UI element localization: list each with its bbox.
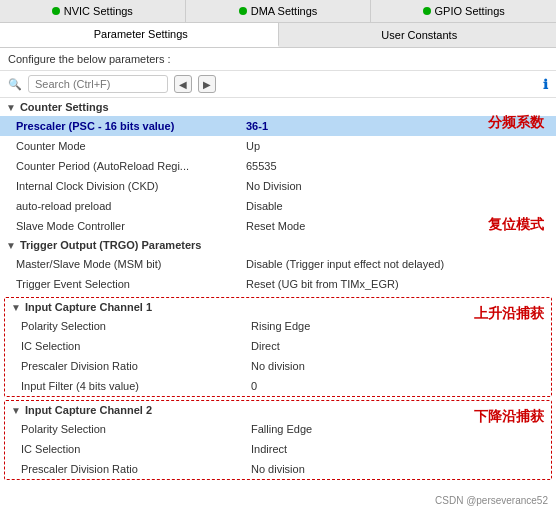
trigger-output-label: Trigger Output (TRGO) Parameters: [20, 239, 202, 251]
ch1-polarity-value: Rising Edge: [251, 320, 310, 332]
tab-parameter-settings[interactable]: Parameter Settings: [0, 23, 279, 47]
annotation-channel2: 下降沿捕获: [474, 408, 544, 426]
annotation-prescaler: 分频系数: [488, 114, 544, 132]
internal-clock-row[interactable]: Internal Clock Division (CKD) No Divisio…: [0, 176, 556, 196]
ch2-polarity-row[interactable]: Polarity Selection Falling Edge: [5, 419, 551, 439]
slave-mode-name: Slave Mode Controller: [16, 220, 246, 232]
counter-mode-name: Counter Mode: [16, 140, 246, 152]
counter-period-name: Counter Period (AutoReload Regi...: [16, 160, 246, 172]
tab-dma-settings[interactable]: DMA Settings: [186, 0, 372, 22]
tab-nvic-label: NVIC Settings: [64, 5, 133, 17]
main-container: NVIC Settings DMA Settings GPIO Settings…: [0, 0, 556, 508]
trigger-output-body: Master/Slave Mode (MSM bit) Disable (Tri…: [0, 254, 556, 294]
trigger-event-value: Reset (UG bit from TIMx_EGR): [246, 278, 399, 290]
tab-param-label: Parameter Settings: [94, 28, 188, 40]
dma-dot: [239, 7, 247, 15]
info-bar: Configure the below parameters :: [0, 48, 556, 71]
channel1-wrapper: ▼ Input Capture Channel 1 Polarity Selec…: [0, 297, 556, 397]
counter-mode-value: Up: [246, 140, 260, 152]
watermark: CSDN @perseverance52: [435, 495, 548, 506]
channel1-params: Polarity Selection Rising Edge IC Select…: [5, 316, 551, 396]
prescaler-value: 36-1: [246, 120, 268, 132]
search-bar: 🔍 ◀ ▶ ℹ: [0, 71, 556, 98]
counter-period-value: 65535: [246, 160, 277, 172]
ch2-prescaler-value: No division: [251, 463, 305, 475]
tab-gpio-label: GPIO Settings: [435, 5, 505, 17]
ch2-prescaler-row[interactable]: Prescaler Division Ratio No division: [5, 459, 551, 479]
trigger-output-header[interactable]: ▼ Trigger Output (TRGO) Parameters: [0, 236, 556, 254]
search-icon: 🔍: [8, 78, 22, 91]
counter-settings-body: Prescaler (PSC - 16 bits value) 36-1 分频系…: [0, 116, 556, 236]
ch1-filter-value: 0: [251, 380, 257, 392]
tabs-row1: NVIC Settings DMA Settings GPIO Settings: [0, 0, 556, 23]
tab-gpio-settings[interactable]: GPIO Settings: [371, 0, 556, 22]
counter-settings-header[interactable]: ▼ Counter Settings: [0, 98, 556, 116]
nvic-dot: [52, 7, 60, 15]
channel1-box: ▼ Input Capture Channel 1 Polarity Selec…: [4, 297, 552, 397]
prev-button[interactable]: ◀: [174, 75, 192, 93]
channel2-header[interactable]: ▼ Input Capture Channel 2: [5, 401, 551, 419]
trigger-event-row[interactable]: Trigger Event Selection Reset (UG bit fr…: [0, 274, 556, 294]
ch1-prescaler-name: Prescaler Division Ratio: [21, 360, 251, 372]
gpio-dot: [423, 7, 431, 15]
internal-clock-value: No Division: [246, 180, 302, 192]
annotation-channel1: 上升沿捕获: [474, 305, 544, 323]
autoreload-row[interactable]: auto-reload preload Disable: [0, 196, 556, 216]
ch2-polarity-name: Polarity Selection: [21, 423, 251, 435]
channel1-chevron: ▼: [11, 302, 21, 313]
tab-dma-label: DMA Settings: [251, 5, 318, 17]
ch2-ic-value: Indirect: [251, 443, 287, 455]
ch1-filter-row[interactable]: Input Filter (4 bits value) 0: [5, 376, 551, 396]
ch1-prescaler-value: No division: [251, 360, 305, 372]
channel2-params: Polarity Selection Falling Edge IC Selec…: [5, 419, 551, 479]
ch2-polarity-value: Falling Edge: [251, 423, 312, 435]
internal-clock-name: Internal Clock Division (CKD): [16, 180, 246, 192]
ch1-prescaler-row[interactable]: Prescaler Division Ratio No division: [5, 356, 551, 376]
ch1-ic-value: Direct: [251, 340, 280, 352]
ch2-ic-name: IC Selection: [21, 443, 251, 455]
annotation-reset: 复位模式: [488, 216, 544, 234]
ch1-polarity-row[interactable]: Polarity Selection Rising Edge: [5, 316, 551, 336]
content-area: ▼ Counter Settings Prescaler (PSC - 16 b…: [0, 98, 556, 508]
channel2-box: ▼ Input Capture Channel 2 Polarity Selec…: [4, 400, 552, 480]
ch1-ic-row[interactable]: IC Selection Direct: [5, 336, 551, 356]
tab-nvic-settings[interactable]: NVIC Settings: [0, 0, 186, 22]
master-slave-name: Master/Slave Mode (MSM bit): [16, 258, 246, 270]
counter-mode-row[interactable]: Counter Mode Up: [0, 136, 556, 156]
ch2-ic-row[interactable]: IC Selection Indirect: [5, 439, 551, 459]
next-button[interactable]: ▶: [198, 75, 216, 93]
ch1-filter-name: Input Filter (4 bits value): [21, 380, 251, 392]
ch1-ic-name: IC Selection: [21, 340, 251, 352]
ch2-prescaler-name: Prescaler Division Ratio: [21, 463, 251, 475]
search-input[interactable]: [28, 75, 168, 93]
channel2-chevron: ▼: [11, 405, 21, 416]
autoreload-value: Disable: [246, 200, 283, 212]
channel1-header[interactable]: ▼ Input Capture Channel 1: [5, 298, 551, 316]
counter-settings-label: Counter Settings: [20, 101, 109, 113]
trigger-chevron: ▼: [6, 240, 16, 251]
info-text: Configure the below parameters :: [8, 53, 171, 65]
tab-user-constants[interactable]: User Constants: [279, 23, 557, 47]
slave-mode-value: Reset Mode: [246, 220, 305, 232]
autoreload-name: auto-reload preload: [16, 200, 246, 212]
channel2-wrapper: ▼ Input Capture Channel 2 Polarity Selec…: [0, 400, 556, 480]
channel2-label: Input Capture Channel 2: [25, 404, 152, 416]
master-slave-value: Disable (Trigger input effect not delaye…: [246, 258, 444, 270]
counter-period-row[interactable]: Counter Period (AutoReload Regi... 65535: [0, 156, 556, 176]
ch1-polarity-name: Polarity Selection: [21, 320, 251, 332]
counter-chevron: ▼: [6, 102, 16, 113]
prescaler-name: Prescaler (PSC - 16 bits value): [16, 120, 246, 132]
channel1-label: Input Capture Channel 1: [25, 301, 152, 313]
tab-user-label: User Constants: [381, 29, 457, 41]
slave-mode-row[interactable]: Slave Mode Controller Reset Mode 复位模式: [0, 216, 556, 236]
tabs-row2: Parameter Settings User Constants: [0, 23, 556, 48]
prescaler-row[interactable]: Prescaler (PSC - 16 bits value) 36-1: [0, 116, 556, 136]
trigger-event-name: Trigger Event Selection: [16, 278, 246, 290]
info-icon[interactable]: ℹ: [543, 77, 548, 92]
master-slave-row[interactable]: Master/Slave Mode (MSM bit) Disable (Tri…: [0, 254, 556, 274]
